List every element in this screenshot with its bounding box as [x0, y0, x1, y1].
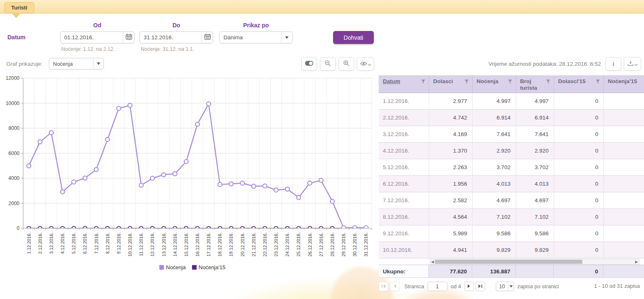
- prev-page-button[interactable]: [390, 282, 399, 291]
- prikaz-po-caret-button[interactable]: [281, 32, 292, 43]
- column-header-1[interactable]: Dolasci: [429, 75, 472, 93]
- date-to-input[interactable]: 31.12.2016.: [139, 31, 213, 43]
- filter-funnel-icon[interactable]: [508, 79, 512, 86]
- filter-funnel-icon[interactable]: [596, 79, 600, 86]
- footer-value: 77.620: [429, 265, 472, 277]
- footer-value: [603, 265, 644, 277]
- footer-value: 0: [554, 265, 603, 277]
- dohvati-button[interactable]: Dohvati: [333, 31, 374, 44]
- cell-value: 2.263: [429, 159, 472, 175]
- table-row[interactable]: 8.12.2016.4.5647.1027.1020: [379, 208, 644, 225]
- table-row[interactable]: 6.12.2016.1.9564.0134.0130: [379, 175, 644, 192]
- table-body: 1.12.2016.2.9774.9974.99702.12.2016.4.74…: [379, 93, 644, 258]
- svg-text:22.12.2016.: 22.12.2016.: [262, 232, 267, 256]
- filter-funnel-icon[interactable]: [546, 79, 550, 86]
- cell-date: 6.12.2016.: [379, 175, 429, 192]
- scroll-right-icon[interactable]: ▶: [634, 259, 639, 264]
- next-page-icon: [467, 284, 471, 288]
- graf-caret-button[interactable]: [93, 58, 103, 69]
- column-header-0[interactable]: Datum: [379, 75, 429, 93]
- od-label: Od: [60, 22, 135, 29]
- filter-funnel-icon[interactable]: [421, 79, 425, 86]
- horizontal-scrollbar[interactable]: ◀ ▶: [430, 259, 639, 265]
- cell-value: 9.586: [472, 225, 516, 242]
- svg-text:9.12.2016.: 9.12.2016.: [116, 232, 121, 254]
- dropdown-caret-icon: [97, 62, 100, 65]
- svg-text:6.12.2016.: 6.12.2016.: [82, 232, 87, 254]
- cell-value: [603, 109, 644, 126]
- svg-text:10000: 10000: [6, 100, 20, 106]
- svg-text:25.12.2016.: 25.12.2016.: [296, 232, 301, 256]
- scrollbar-thumb[interactable]: [435, 260, 582, 264]
- first-page-button[interactable]: [379, 282, 388, 291]
- cell-value: 6.914: [516, 109, 554, 126]
- table-row[interactable]: 4.12.2016.1.3702.9202.9200: [379, 142, 644, 159]
- svg-text:16.12.2016.: 16.12.2016.: [195, 232, 200, 256]
- cell-value: 4.564: [429, 208, 472, 225]
- date-from-calendar-button[interactable]: [123, 32, 134, 43]
- svg-text:20.12.2016.: 20.12.2016.: [240, 232, 245, 256]
- table-row[interactable]: 2.12.2016.4.7426.9146.9140: [379, 109, 644, 126]
- svg-text:2.12.2016.: 2.12.2016.: [38, 232, 43, 254]
- table-row[interactable]: 10.12.2016.4.9419.8299.8290: [379, 242, 644, 258]
- svg-text:17.12.2016.: 17.12.2016.: [206, 232, 211, 256]
- svg-text:30.12.2016.: 30.12.2016.: [352, 232, 357, 256]
- cell-value: 0: [554, 142, 603, 159]
- cell-date: 3.12.2016.: [379, 126, 429, 142]
- column-label: Noćenja: [477, 78, 499, 85]
- table-row[interactable]: 1.12.2016.2.9774.9974.9970: [379, 93, 644, 109]
- table-row[interactable]: 7.12.2016.2.5824.6974.6970: [379, 192, 644, 208]
- svg-text:19.12.2016.: 19.12.2016.: [228, 232, 233, 256]
- tab-pointer: [12, 14, 20, 18]
- column-header-5[interactable]: Noćenja'15: [603, 75, 644, 93]
- tab-turisti[interactable]: Turisti: [4, 2, 34, 13]
- graf-prikazuje-value: Noćenja: [49, 61, 93, 67]
- cell-value: [603, 93, 644, 109]
- series-visibility-button[interactable]: [357, 57, 374, 71]
- date-from-input[interactable]: 01.12.2016.: [60, 31, 135, 43]
- svg-text:7.12.2016.: 7.12.2016.: [94, 232, 99, 254]
- last-page-button[interactable]: [476, 282, 485, 291]
- chart-toggle-button[interactable]: [301, 57, 317, 71]
- cell-date: 7.12.2016.: [379, 192, 429, 208]
- graf-prikazuje-select[interactable]: Noćenja: [49, 58, 104, 69]
- next-page-button[interactable]: [464, 282, 474, 291]
- page-number-input[interactable]: [428, 282, 447, 291]
- table-row[interactable]: 3.12.2016.4.1697.6417.6410: [379, 126, 644, 142]
- graf-prikazuje-label: Graf prikazuje:: [6, 61, 43, 67]
- footer-value: 136.887: [472, 265, 516, 277]
- data-grid: DatumDolasciNoćenjaBroj turistaDolasci'1…: [379, 75, 644, 278]
- cell-value: 0: [554, 242, 603, 258]
- prikaz-po-select[interactable]: Danima: [219, 31, 293, 43]
- filter-funnel-icon[interactable]: [464, 79, 469, 86]
- cell-value: [603, 242, 644, 258]
- svg-text:8.12.2016.: 8.12.2016.: [105, 232, 110, 254]
- cell-value: [603, 159, 644, 175]
- scrollbar-track[interactable]: [435, 259, 634, 264]
- svg-text:5.12.2016.: 5.12.2016.: [71, 232, 76, 254]
- svg-text:21.12.2016.: 21.12.2016.: [251, 232, 256, 256]
- table-row[interactable]: 5.12.2016.2.2633.7023.7020: [379, 159, 644, 175]
- calendar-icon: [126, 33, 132, 41]
- column-label: Datum: [383, 78, 400, 85]
- cell-value: 4.697: [472, 192, 516, 208]
- export-button[interactable]: [624, 57, 641, 71]
- page-size-select[interactable]: 10: [496, 282, 514, 291]
- date-to-calendar-button[interactable]: [202, 32, 213, 43]
- first-page-icon: [381, 284, 386, 288]
- prev-page-icon: [393, 284, 396, 288]
- page-size-value: 10: [496, 283, 508, 289]
- cell-value: 1.956: [429, 175, 472, 192]
- svg-text:1.12.2016.: 1.12.2016.: [26, 232, 31, 254]
- column-label: Dolasci: [433, 78, 453, 85]
- table-row[interactable]: 9.12.2016.5.9899.5869.5860: [379, 225, 644, 242]
- svg-text:6000: 6000: [8, 151, 19, 156]
- zoom-out-button[interactable]: [320, 57, 336, 71]
- zoom-in-button[interactable]: [339, 57, 354, 71]
- info-button[interactable]: i: [606, 57, 621, 71]
- datum-label: Datum: [7, 34, 26, 41]
- column-header-2[interactable]: Noćenja: [472, 75, 516, 93]
- column-header-3[interactable]: Broj turista: [516, 75, 554, 93]
- column-header-4[interactable]: Dolasci'15: [554, 75, 603, 93]
- scroll-left-icon[interactable]: ◀: [430, 259, 435, 264]
